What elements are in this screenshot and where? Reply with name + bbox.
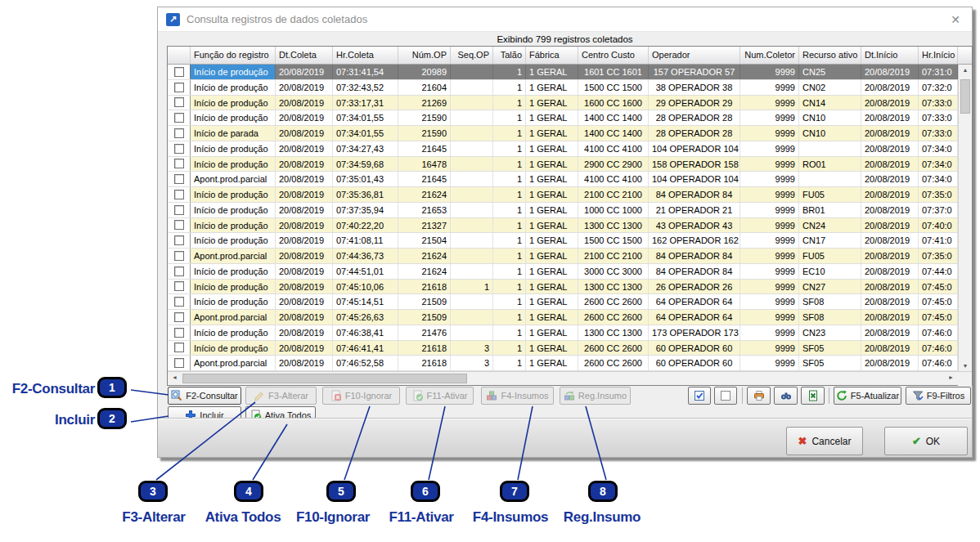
table-row[interactable]: Início de produção20/08/201907:34:01,552…: [168, 110, 958, 126]
select-none-button[interactable]: [714, 387, 737, 405]
row-checkbox[interactable]: [174, 267, 184, 276]
column-header-fabrica[interactable]: Fábrica: [526, 47, 578, 64]
scroll-down-icon[interactable]: ▼: [959, 363, 972, 369]
row-checkbox[interactable]: [174, 83, 184, 92]
export-excel-button[interactable]: [801, 387, 825, 405]
select-all-button[interactable]: [688, 387, 711, 405]
cell-num_coletor: 9999: [740, 65, 799, 79]
table-row[interactable]: Apont.prod.parcial20/08/201907:44:36,732…: [168, 249, 958, 264]
row-checkbox[interactable]: [174, 205, 184, 215]
table-row[interactable]: Início de produção20/08/201907:37:35,942…: [168, 203, 958, 218]
table-row[interactable]: Início de produção20/08/201907:40:22,202…: [168, 218, 958, 234]
scroll-left-icon[interactable]: ◄: [172, 374, 178, 380]
column-header-centro_custo[interactable]: Centro Custo: [578, 47, 649, 64]
row-checkbox[interactable]: [174, 144, 184, 154]
cell-fabrica: 1 GERAL: [526, 157, 578, 172]
cell-dt_inicio: 20/08/2019: [861, 96, 919, 110]
table-row[interactable]: Início de produção20/08/201907:45:14,512…: [168, 294, 958, 310]
table-row[interactable]: Início de produção20/08/201907:32:43,522…: [168, 80, 958, 96]
badge-number: 2: [109, 412, 115, 425]
row-checkbox[interactable]: [174, 297, 184, 307]
cell-talao: 1: [493, 341, 526, 356]
cell-centro_custo: 2100 CC 2100: [578, 187, 649, 202]
column-header-num_op[interactable]: Núm.OP: [398, 47, 451, 64]
table-row[interactable]: Início de produção20/08/201907:46:41,412…: [168, 341, 958, 356]
column-header-cb[interactable]: [168, 47, 191, 64]
horizontal-scroll-thumb[interactable]: [182, 374, 467, 383]
cell-centro_custo: 2600 CC 2600: [578, 294, 649, 309]
column-header-talao[interactable]: Talão: [493, 47, 526, 64]
table-row[interactable]: Início de produção20/08/201907:46:38,412…: [168, 325, 958, 341]
cell-operador: 64 OPERADOR 64: [649, 294, 740, 309]
column-header-recurso_ativo[interactable]: Recurso ativo: [799, 47, 861, 64]
table-row[interactable]: Início de produção20/08/201907:44:51,012…: [168, 264, 958, 280]
cell-funcao: Início de produção: [191, 187, 276, 202]
close-icon[interactable]: ✕: [947, 13, 964, 26]
cell-seq_op: [451, 203, 493, 217]
table-row[interactable]: Início de produção20/08/201907:34:27,432…: [168, 141, 958, 157]
cell-seq_op: [451, 218, 493, 233]
row-checkbox[interactable]: [174, 174, 184, 184]
cell-talao: 1: [493, 325, 526, 340]
scroll-right-icon[interactable]: ►: [948, 374, 954, 380]
column-header-dt_inicio[interactable]: Dt.Início: [861, 47, 919, 64]
cell-hr_inicio: 07:41:0: [919, 233, 958, 248]
table-row[interactable]: Apont.prod.parcial20/08/201907:45:26,632…: [168, 310, 958, 325]
cell-talao: 1: [493, 233, 526, 248]
table-row[interactable]: Início de parada20/08/201907:34:01,55215…: [168, 126, 958, 141]
row-checkbox[interactable]: [174, 190, 184, 199]
row-checkbox[interactable]: [174, 113, 184, 123]
row-checkbox[interactable]: [174, 312, 184, 322]
vertical-scroll-thumb[interactable]: [960, 79, 970, 114]
toolbar-separator: [829, 387, 829, 404]
cell-hr_inicio: 07:33:0: [919, 110, 958, 125]
f11-ativar-button[interactable]: F11-Ativar: [406, 387, 474, 405]
row-checkbox[interactable]: [174, 343, 184, 352]
table-row[interactable]: Início de produção20/08/201907:45:10,062…: [168, 280, 958, 295]
print-button[interactable]: [747, 387, 771, 405]
table-row[interactable]: Início de produção20/08/201907:41:08,112…: [168, 233, 958, 249]
cell-talao: 1: [493, 356, 526, 370]
row-checkbox[interactable]: [174, 281, 184, 291]
table-row[interactable]: Apont.prod.parcial20/08/201907:35:01,432…: [168, 172, 958, 187]
column-header-hr_inicio[interactable]: Hr.Início: [919, 47, 958, 64]
f2-consultar-button[interactable]: F2-Consultar: [168, 387, 241, 405]
table-row[interactable]: Apont.prod.parcial20/08/201907:46:52,582…: [168, 356, 958, 371]
row-checkbox[interactable]: [174, 159, 184, 168]
f5-atualizar-button[interactable]: F5-Atualizar: [834, 387, 901, 405]
f4-insumos-button[interactable]: F4-Insumos: [481, 387, 554, 405]
scroll-up-icon[interactable]: ▲: [959, 67, 972, 73]
header-spacer: [958, 47, 972, 64]
row-checkbox[interactable]: [174, 97, 184, 107]
horizontal-scrollbar[interactable]: ◄ ►: [168, 371, 972, 385]
row-checkbox[interactable]: [174, 67, 184, 77]
row-checkbox[interactable]: [174, 235, 184, 245]
f10-ignorar-button[interactable]: F10-Ignorar: [322, 387, 400, 405]
column-header-seq_op[interactable]: Seq.OP: [451, 47, 493, 64]
cancel-button[interactable]: ✖ Cancelar: [786, 427, 863, 455]
column-header-funcao[interactable]: Função do registro: [191, 47, 276, 64]
vertical-scrollbar[interactable]: ▲ ▼: [958, 65, 972, 371]
f9-filtros-button[interactable]: F9-Filtros: [906, 387, 971, 405]
table-row[interactable]: Início de produção20/08/201907:31:41,542…: [168, 65, 958, 80]
f3-alterar-button[interactable]: F3-Alterar: [245, 387, 317, 405]
table-row[interactable]: Início de produção20/08/201907:33:17,312…: [168, 96, 958, 111]
column-header-dt_coleta[interactable]: Dt.Coleta: [276, 47, 333, 64]
row-checkbox[interactable]: [174, 328, 184, 338]
row-checkbox[interactable]: [174, 220, 184, 230]
column-header-operador[interactable]: Operador: [649, 47, 740, 64]
row-checkbox[interactable]: [174, 358, 184, 368]
table-row[interactable]: Início de produção20/08/201907:35:36,812…: [168, 187, 958, 203]
reg-insumo-button[interactable]: Reg.Insumo: [560, 387, 631, 405]
column-header-hr_coleta[interactable]: Hr.Coleta: [333, 47, 398, 64]
cell-funcao: Início de produção: [191, 294, 276, 309]
activate-icon: [412, 390, 424, 401]
table-row[interactable]: Início de produção20/08/201907:34:59,681…: [168, 157, 958, 172]
cell-seq_op: 1: [451, 280, 493, 294]
row-checkbox[interactable]: [174, 128, 184, 138]
cell-talao: 1: [493, 187, 526, 202]
search-binoculars-button[interactable]: [774, 387, 798, 405]
ok-button[interactable]: ✔ OK: [884, 427, 968, 455]
column-header-num_coletor[interactable]: Num.Coletor: [740, 47, 799, 64]
row-checkbox[interactable]: [174, 251, 184, 261]
